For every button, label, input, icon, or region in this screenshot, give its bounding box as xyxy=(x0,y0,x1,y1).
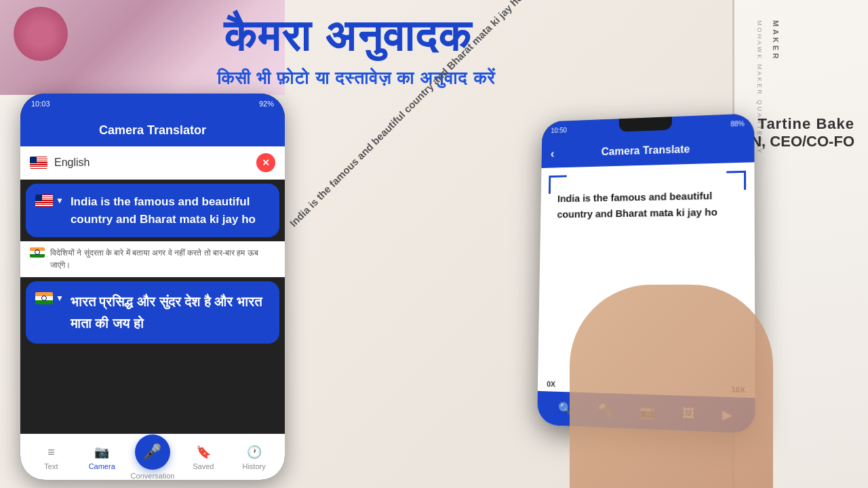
nav-conversation-label: Conversation xyxy=(131,472,175,480)
saved-nav-icon: 🔖 xyxy=(195,444,212,460)
time-display: 10:03 xyxy=(31,100,50,108)
battery-display: 92% xyxy=(259,100,274,108)
nav-item-text[interactable]: ≡ Text xyxy=(31,444,71,470)
hindi-strip-text: विदेशियों ने सुंदरता के बारे में बताया अ… xyxy=(50,247,275,271)
text-nav-icon: ≡ xyxy=(43,444,59,460)
back-button[interactable]: ‹ xyxy=(551,146,555,160)
english-flag-icon xyxy=(35,195,53,207)
hindi-strip-section: विदेशियों ने सुंदरता के बारे में बताया अ… xyxy=(20,241,285,277)
hindi-translation-bubble: ▼ भारत प्रसिद्ध और सुंदर देश है और भारत … xyxy=(26,281,279,344)
battery-right: 88% xyxy=(730,119,745,127)
english-translation-bubble: ▼ India is the famous and beautiful coun… xyxy=(26,184,279,237)
us-flag-icon xyxy=(30,157,47,169)
zoom-0x: 0X xyxy=(547,380,555,388)
bottom-navigation: ≡ Text 📷 Camera 🎤 Conversation 🔖 Saved 🕐… xyxy=(20,434,285,480)
corner-top-right xyxy=(726,171,746,190)
app-header-left: Camera Translator xyxy=(20,114,285,146)
history-nav-icon: 🕐 xyxy=(246,444,262,460)
hindi-flag-area: ▼ xyxy=(35,291,64,304)
phone-left-mockup: 10:03 92% Camera Translator English ✕ ▼ … xyxy=(20,94,285,480)
language-selector-bar[interactable]: English ✕ xyxy=(20,146,285,180)
corner-top-left xyxy=(549,175,567,193)
page-title: कैमरा अनुवादक xyxy=(224,12,472,60)
camera-nav-icon: 📷 xyxy=(94,444,110,460)
english-bubble-text: India is the famous and beautiful countr… xyxy=(71,193,267,228)
english-flag-area: ▼ xyxy=(35,193,64,207)
selected-language: English xyxy=(54,157,250,169)
india-flag-strip xyxy=(30,247,45,258)
nav-saved-label: Saved xyxy=(193,462,214,470)
nav-text-label: Text xyxy=(44,462,58,470)
phone-notch xyxy=(619,117,672,131)
hindi-dropdown-arrow[interactable]: ▼ xyxy=(56,293,64,303)
nav-item-history[interactable]: 🕐 History xyxy=(234,444,275,470)
mic-button[interactable]: 🎤 xyxy=(135,434,170,470)
app-title-right: Camera Translate xyxy=(601,143,690,158)
app-title-left: Camera Translator xyxy=(99,123,206,138)
status-bar-left: 10:03 92% xyxy=(20,94,285,114)
hindi-flag-icon xyxy=(35,292,53,304)
nav-camera-label: Camera xyxy=(89,462,115,470)
nav-item-conversation[interactable]: 🎤 Conversation xyxy=(132,434,173,480)
close-button[interactable]: ✕ xyxy=(256,153,275,172)
nav-history-label: History xyxy=(242,462,265,470)
nav-item-camera[interactable]: 📷 Camera xyxy=(81,444,122,470)
tartine-title: Tartine Bake xyxy=(758,115,854,133)
language-dropdown-arrow[interactable]: ▼ xyxy=(56,196,64,205)
hand-illustration xyxy=(570,285,773,488)
nav-item-saved[interactable]: 🔖 Saved xyxy=(183,444,224,470)
hindi-bubble-text: भारत प्रसिद्ध और सुंदर देश है और भारत मा… xyxy=(71,291,267,334)
maker-text: MAKER xyxy=(772,20,780,61)
time-right: 10:50 xyxy=(551,126,567,134)
